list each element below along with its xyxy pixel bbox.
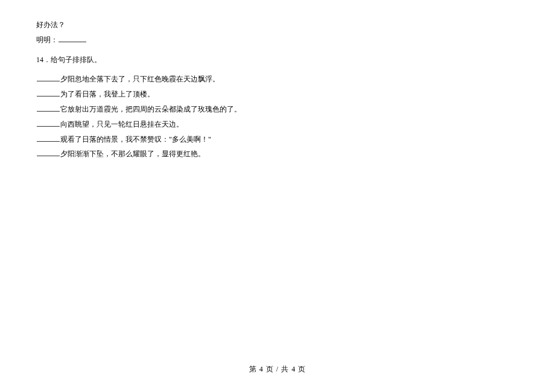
question-14-header: 14．给句子排排队。: [36, 53, 555, 67]
sentence-text: 夕阳忽地全落下去了，只下红色晚霞在天边飘浮。: [60, 75, 220, 83]
sentence-text: 向西眺望，只见一轮红日悬挂在天边。: [60, 120, 183, 128]
sentence-text: 它放射出万道霞光，把四周的云朵都染成了玫瑰色的了。: [60, 105, 241, 113]
intro-prefix: 明明：: [36, 36, 58, 44]
order-blank[interactable]: [37, 119, 60, 127]
intro-line-1: 好办法？: [36, 18, 555, 32]
question-number: 14．: [36, 55, 51, 64]
order-blank[interactable]: [37, 134, 60, 142]
question-prompt: 给句子排排队。: [51, 55, 101, 64]
order-blank[interactable]: [37, 74, 60, 81]
order-item: 为了看日落，我登上了顶楼。: [36, 87, 555, 101]
order-blank[interactable]: [37, 104, 60, 112]
order-item: 夕阳渐渐下坠，不那么耀眼了，显得更红艳。: [36, 147, 555, 161]
order-blank[interactable]: [37, 148, 60, 156]
sentence-text: 观看了日落的情景，我不禁赞叹："多么美啊！": [60, 135, 211, 144]
sentence-text: 为了看日落，我登上了顶楼。: [60, 90, 154, 98]
order-item: 观看了日落的情景，我不禁赞叹："多么美啊！": [36, 133, 555, 147]
sentence-text: 夕阳渐渐下坠，不那么耀眼了，显得更红艳。: [60, 150, 205, 158]
order-item: 夕阳忽地全落下去了，只下红色晚霞在天边飘浮。: [36, 72, 555, 86]
order-item: 它放射出万道霞光，把四周的云朵都染成了玫瑰色的了。: [36, 103, 555, 116]
order-item: 向西眺望，只见一轮红日悬挂在天边。: [36, 118, 555, 131]
order-blank[interactable]: [37, 89, 60, 96]
answer-blank[interactable]: [59, 34, 86, 42]
intro-line-2: 明明：: [36, 33, 555, 47]
page-footer: 第 4 页 / 共 4 页: [0, 362, 555, 376]
